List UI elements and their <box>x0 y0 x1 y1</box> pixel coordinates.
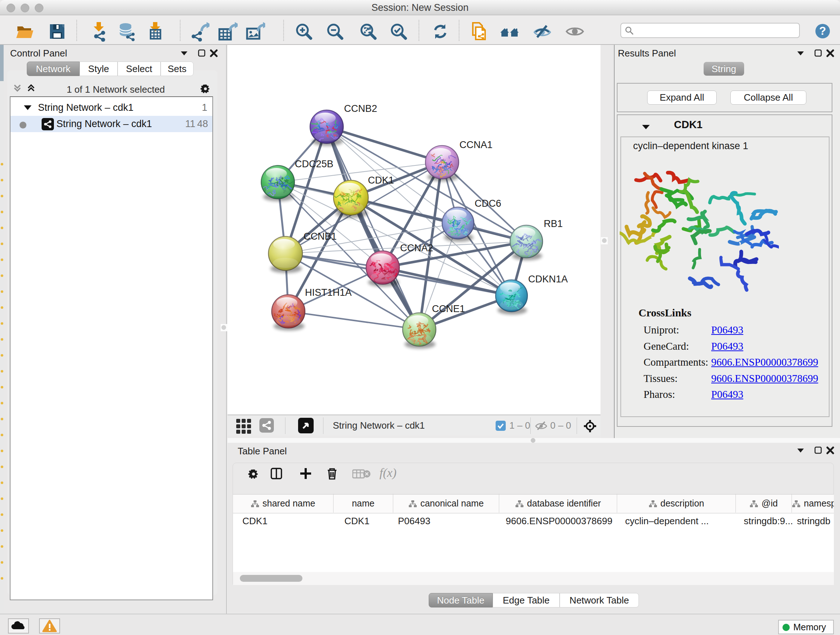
svg-text:CCNE1: CCNE1 <box>432 303 465 314</box>
svg-text:HIST1H1A: HIST1H1A <box>305 287 352 298</box>
svg-text:CDKN1A: CDKN1A <box>528 274 568 285</box>
svg-text:CDC25B: CDC25B <box>295 158 333 169</box>
svg-text:CCNB2: CCNB2 <box>344 103 377 114</box>
svg-text:RB1: RB1 <box>544 218 563 229</box>
svg-text:CDC6: CDC6 <box>475 198 501 209</box>
svg-text:CDK1: CDK1 <box>368 175 394 186</box>
svg-text:CCNA2: CCNA2 <box>400 242 433 253</box>
svg-text:CCNB1: CCNB1 <box>303 231 337 242</box>
svg-text:CCNA1: CCNA1 <box>459 139 493 150</box>
